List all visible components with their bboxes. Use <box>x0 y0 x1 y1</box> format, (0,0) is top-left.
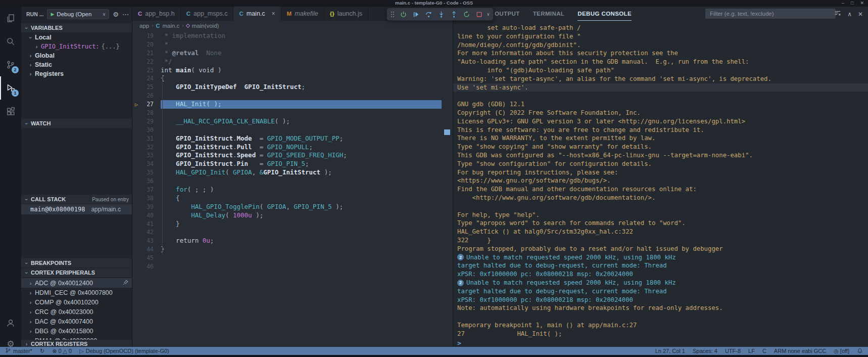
close-panel-icon[interactable]: ✕ <box>858 11 863 18</box>
continue-button[interactable] <box>410 9 421 20</box>
breakpoint-margin[interactable] <box>132 211 140 220</box>
peripheral-row[interactable]: ›DAC @ 0x40007400 <box>21 317 132 326</box>
breakpoint-margin[interactable] <box>132 58 140 66</box>
tab-app_bsp.h[interactable]: Capp_bsp.h <box>132 7 181 21</box>
section-cortex-peripherals[interactable]: › CORTEX PERIPHERALS <box>21 268 132 277</box>
step-over-button[interactable] <box>423 9 434 20</box>
breakpoint-margin[interactable] <box>132 177 140 186</box>
variable-row[interactable]: ›Registers <box>21 69 132 78</box>
breakpoint-margin[interactable] <box>132 220 140 229</box>
breadcrumb[interactable]: app›Cmain.c›main(void) <box>132 21 453 30</box>
status-branch[interactable]: master* <box>5 347 32 354</box>
breakpoint-margin[interactable] <box>132 254 140 262</box>
variable-row[interactable]: ›Global <box>21 51 132 60</box>
tab-makefile[interactable]: Mmakefile <box>281 7 324 21</box>
breakpoint-margin[interactable] <box>132 109 140 117</box>
activity-item-run-and-debug[interactable]: 1 <box>0 76 21 100</box>
breakpoint-margin[interactable] <box>132 262 140 271</box>
section-call-stack[interactable]: › CALL STACK Paused on entry <box>21 195 132 204</box>
gear-icon[interactable]: ⚙ <box>113 11 119 18</box>
maximize-panel-icon[interactable]: ∧ <box>847 11 852 18</box>
overview-ruler[interactable] <box>442 30 453 347</box>
variable-row[interactable]: ›GPIO_InitStruct: {...} <box>21 42 132 51</box>
reset-button[interactable] <box>398 9 409 20</box>
activity-item-search[interactable] <box>0 30 21 53</box>
console-prompt-icon[interactable]: > <box>457 339 868 347</box>
breakpoint-margin[interactable] <box>132 228 140 237</box>
status-item[interactable]: ◎ [off] <box>834 348 849 354</box>
breakpoint-margin[interactable] <box>132 83 140 92</box>
status-item[interactable]: Spaces: 4 <box>693 348 717 354</box>
breakpoint-margin[interactable] <box>132 245 140 254</box>
start-debug-icon[interactable]: ▶ <box>51 12 54 17</box>
clear-console-icon[interactable] <box>834 10 841 18</box>
restart-button[interactable] <box>461 9 472 20</box>
tab-launch.js[interactable]: {}launch.js <box>324 7 368 21</box>
breakpoint-margin[interactable] <box>132 117 140 126</box>
breakpoint-margin[interactable] <box>132 126 140 135</box>
status-sync[interactable]: ↻ <box>40 348 44 354</box>
activity-item-extensions[interactable] <box>0 100 21 123</box>
status-item[interactable]: Ln 27, Col 1 <box>655 348 685 354</box>
breakpoint-margin[interactable] <box>132 168 140 177</box>
section-cortex-registers[interactable]: › CORTEX REGISTERS <box>21 340 132 347</box>
debug-configuration-dropdown[interactable]: ▶ Debug (Open ∨ <box>47 9 109 19</box>
bell-icon[interactable] <box>857 348 863 354</box>
panel-tab-output[interactable]: OUTPUT <box>495 7 520 21</box>
peripheral-row[interactable]: ›CRC @ 0x40023000 <box>21 307 132 317</box>
pin-icon[interactable] <box>122 279 129 287</box>
peripheral-row[interactable]: ›ADC @ 0x40012400 <box>21 278 132 288</box>
breakpoint-margin[interactable] <box>132 203 140 211</box>
close-icon[interactable]: ✕ <box>860 0 864 6</box>
minimize-icon[interactable]: – <box>842 0 844 6</box>
breakpoint-margin[interactable] <box>132 143 140 152</box>
stop-button[interactable] <box>473 9 485 20</box>
step-into-button[interactable] <box>436 9 447 20</box>
variable-row[interactable]: ›Static <box>21 60 132 69</box>
breakpoint-margin[interactable] <box>132 194 140 203</box>
maximize-icon[interactable]: □ <box>851 0 853 6</box>
panel-tab-debug-console[interactable]: DEBUG CONSOLE <box>577 7 632 21</box>
peripheral-row[interactable]: ›HDMI_CEC @ 0x40007800 <box>21 288 132 297</box>
more-actions-icon[interactable]: ⋯ <box>122 11 129 18</box>
section-variables[interactable]: › VARIABLES <box>21 23 132 32</box>
breadcrumb-item[interactable]: app <box>139 23 149 29</box>
drag-handle-icon[interactable] <box>390 11 395 18</box>
section-breakpoints[interactable]: › BREAKPOINTS <box>21 258 132 267</box>
call-stack-frame[interactable]: main@0x08000198 app/main.c <box>21 204 132 214</box>
debug-console[interactable]: set auto-load safe-path /line to your co… <box>453 21 868 347</box>
tab-main.c[interactable]: Cmain.c× <box>233 7 281 21</box>
status-problems[interactable]: ⊗ 0 △ 0 <box>52 348 72 354</box>
step-out-button[interactable] <box>448 9 459 20</box>
variable-row[interactable]: ›Local <box>21 33 132 42</box>
chevron-down-icon[interactable]: ∨ <box>487 12 490 17</box>
breakpoint-margin[interactable] <box>132 186 140 194</box>
status-item[interactable]: ARM none eabi GCC <box>774 348 826 354</box>
peripheral-row[interactable]: ›DBG @ 0x40015800 <box>21 326 132 336</box>
status-item[interactable]: UTF-8 <box>725 348 741 354</box>
status-item[interactable]: C <box>762 348 766 354</box>
breakpoint-margin[interactable] <box>132 237 140 245</box>
code-editor[interactable]: 19 * implementation20 *21 * @retval None… <box>132 30 453 347</box>
breakpoint-margin[interactable] <box>132 160 140 168</box>
panel-tab-terminal[interactable]: TERMINAL <box>533 7 565 21</box>
activity-item-accounts[interactable] <box>0 311 21 335</box>
breakpoint-margin[interactable] <box>132 32 140 40</box>
breakpoint-margin[interactable] <box>132 40 140 49</box>
breakpoint-margin[interactable] <box>132 135 140 143</box>
breadcrumb-item[interactable]: main.c <box>162 23 179 29</box>
breakpoint-margin[interactable] <box>132 92 140 100</box>
breakpoint-margin[interactable] <box>132 49 140 58</box>
breakpoint-margin[interactable] <box>132 66 140 75</box>
activity-item-source-control[interactable]: 2 <box>0 53 21 76</box>
breakpoint-margin[interactable] <box>132 151 140 160</box>
breadcrumb-item[interactable]: main(void) <box>192 23 219 29</box>
activity-item-explorer[interactable] <box>0 7 21 30</box>
breakpoint-margin[interactable] <box>132 74 140 83</box>
status-item[interactable]: LF <box>748 348 755 354</box>
close-tab-icon[interactable]: × <box>272 10 275 17</box>
status-debug[interactable]: ▷Debug (OpenOCD) (template-G0) <box>79 348 169 354</box>
section-watch[interactable]: › WATCH <box>21 119 132 128</box>
tab-app_msps.c[interactable]: Capp_msps.c <box>181 7 234 21</box>
peripheral-row[interactable]: ›COMP @ 0x40010200 <box>21 297 132 307</box>
